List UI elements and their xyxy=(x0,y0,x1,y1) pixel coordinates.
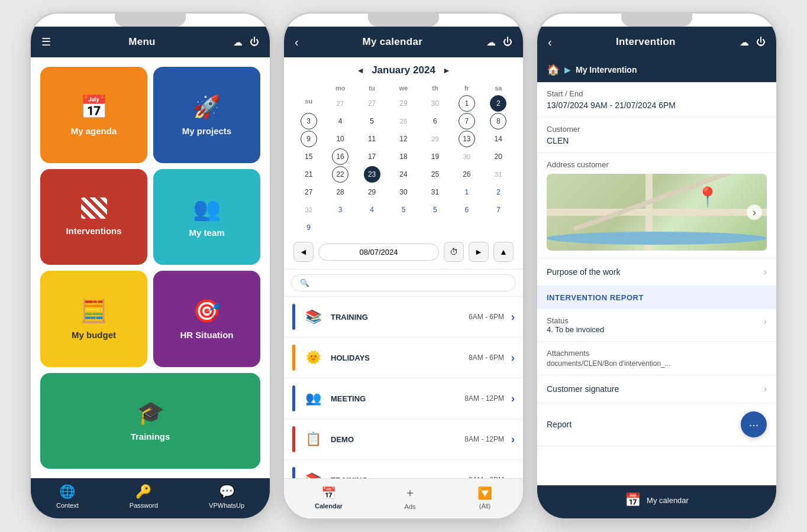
my-calendar-label: My calendar xyxy=(647,496,689,505)
cal-day[interactable]: 31 xyxy=(427,184,443,200)
cal-day[interactable]: 27 xyxy=(364,95,380,112)
cal-day[interactable]: 26 xyxy=(459,166,475,183)
back-button-3[interactable]: ‹ xyxy=(548,35,552,49)
next-month-btn[interactable]: ► xyxy=(443,66,451,75)
cal-day[interactable]: 1 xyxy=(459,95,475,112)
cal-day[interactable]: 17 xyxy=(364,148,380,165)
event-training-2[interactable]: 📚 TRAINING 9AM - 6PM › xyxy=(284,460,523,478)
prev-month-btn[interactable]: ◄ xyxy=(356,66,364,75)
cal-date-nav: ◄ ⏱ ► ▲ xyxy=(293,242,514,262)
cal-day[interactable]: 13 xyxy=(459,131,475,147)
cal-day[interactable]: 29 xyxy=(364,184,380,200)
tile-my-projects-label: My projects xyxy=(182,126,231,136)
phone3-header-icons: ☁ ⏻ xyxy=(740,37,766,48)
vpwhatsup-icon: 💬 xyxy=(219,484,235,499)
tile-my-agenda[interactable]: 📅 My agenda xyxy=(40,67,147,163)
cal-day[interactable]: 8 xyxy=(490,113,506,129)
calendar-month-section: ◄ January 2024 ► mo tu we th fr sa su 27… xyxy=(284,57,523,270)
back-button[interactable]: ‹ xyxy=(295,35,299,49)
cal-day[interactable]: 27 xyxy=(301,184,317,200)
event-meeting[interactable]: 👥 MEETING 8AM - 12PM › xyxy=(284,378,523,419)
up-btn[interactable]: ▲ xyxy=(493,242,514,262)
cal-day[interactable]: 7 xyxy=(459,113,475,129)
event-demo[interactable]: 📋 DEMO 8AM - 12PM › xyxy=(284,419,523,460)
cal-day[interactable]: 14 xyxy=(490,131,506,147)
cal-day[interactable]: 12 xyxy=(395,131,412,147)
signature-row[interactable]: Customer signature › xyxy=(537,375,776,403)
cloud-icon-3[interactable]: ☁ xyxy=(740,37,749,48)
tile-my-projects[interactable]: 🚀 My projects xyxy=(153,67,260,163)
date-input[interactable] xyxy=(318,244,439,261)
power-icon[interactable]: ⏻ xyxy=(250,37,259,47)
cal-day[interactable]: 29 xyxy=(395,95,412,112)
context-icon: 🌐 xyxy=(59,484,75,499)
cal-day[interactable]: 1 xyxy=(459,184,475,200)
cal-day[interactable]: 9 xyxy=(301,219,317,236)
cal-day[interactable]: 6 xyxy=(427,113,443,129)
nav-context[interactable]: 🌐 Context xyxy=(56,484,79,509)
map-container[interactable]: 📍 › xyxy=(547,174,767,251)
tile-trainings[interactable]: 🎓 Trainings xyxy=(40,373,260,469)
status-row: Status 4. To be invoiced › xyxy=(537,309,776,342)
home-icon[interactable]: 🏠 xyxy=(547,63,560,76)
cal-day-today[interactable]: 23 xyxy=(364,166,380,183)
cal-day[interactable]: 6 xyxy=(459,202,475,218)
cal-day[interactable]: 20 xyxy=(490,148,506,165)
cloud-icon[interactable]: ☁ xyxy=(233,37,243,48)
cal-day[interactable]: 3 xyxy=(332,202,348,218)
clock-btn[interactable]: ⏱ xyxy=(444,242,464,262)
cal-day[interactable]: 4 xyxy=(332,113,348,129)
cal-day[interactable]: 22 xyxy=(332,166,348,183)
cal-day[interactable]: 30 xyxy=(427,95,443,112)
event-bar xyxy=(292,426,295,452)
cal-nav-ads[interactable]: ＋ Ads xyxy=(404,485,416,510)
cal-day[interactable]: 18 xyxy=(395,148,412,165)
cal-day[interactable]: 2 xyxy=(490,184,506,200)
nav-vpwhatsup[interactable]: 💬 VPWhatsUp xyxy=(209,484,244,509)
menu-icon[interactable]: ☰ xyxy=(41,35,51,48)
power-icon-2[interactable]: ⏻ xyxy=(503,37,512,47)
tile-interventions[interactable]: Interventions xyxy=(40,169,147,265)
event-bar xyxy=(292,345,295,371)
cal-day[interactable]: 5 xyxy=(364,113,380,129)
day-header-su: su xyxy=(293,95,324,112)
map-chevron-icon[interactable]: › xyxy=(747,205,762,220)
cal-day[interactable]: 11 xyxy=(364,131,380,147)
tile-my-budget[interactable]: 🧮 My budget xyxy=(40,271,147,367)
search-input[interactable] xyxy=(291,274,516,291)
next-date-btn[interactable]: ► xyxy=(469,242,489,262)
event-training-1[interactable]: 📚 TRAINING 6AM - 6PM › xyxy=(284,297,523,338)
cal-day[interactable]: 19 xyxy=(427,148,443,165)
cal-day[interactable]: 16 xyxy=(332,148,348,165)
power-icon-3[interactable]: ⏻ xyxy=(756,37,766,47)
cal-nav-calendar[interactable]: 📅 Calendar xyxy=(315,486,343,510)
cal-bottom-nav: 📅 Calendar ＋ Ads 🔽 (All) xyxy=(284,478,523,518)
cal-day[interactable]: 5 xyxy=(395,202,412,218)
cloud-icon-2[interactable]: ☁ xyxy=(486,37,496,48)
cal-day[interactable]: 9 xyxy=(301,131,317,147)
cal-day[interactable]: 4 xyxy=(364,202,380,218)
cal-day[interactable]: 15 xyxy=(301,148,317,165)
tile-hr-situation[interactable]: 🎯 HR Situation xyxy=(153,271,260,367)
cal-day[interactable]: 3 xyxy=(301,113,317,129)
report-fab-button[interactable]: ··· xyxy=(741,411,767,437)
purpose-row[interactable]: Purpose of the work › xyxy=(537,258,776,286)
cal-day[interactable]: 2 xyxy=(490,95,506,112)
cal-day[interactable]: 24 xyxy=(395,166,412,183)
cal-day[interactable]: 7 xyxy=(490,202,506,218)
cal-day[interactable]: 28 xyxy=(332,184,348,200)
cal-nav-filter[interactable]: 🔽 (All) xyxy=(477,486,492,510)
cal-day[interactable]: 30 xyxy=(395,184,412,200)
cal-day[interactable]: 25 xyxy=(427,166,443,183)
prev-date-btn[interactable]: ◄ xyxy=(293,242,314,262)
status-chevron[interactable]: › xyxy=(764,316,767,327)
event-holidays[interactable]: 🌞 HOLIDAYS 8AM - 6PM › xyxy=(284,338,523,378)
nav-password-label: Password xyxy=(130,502,158,509)
cal-day[interactable]: 21 xyxy=(301,166,317,183)
tile-my-team[interactable]: 👥 My team xyxy=(153,169,260,265)
training2-icon: 📚 xyxy=(302,469,324,478)
nav-password[interactable]: 🔑 Password xyxy=(130,484,158,509)
intervention-bottom-nav[interactable]: 📅 My calendar xyxy=(537,485,776,518)
cal-day[interactable]: 10 xyxy=(332,131,348,147)
cal-day[interactable]: 5 xyxy=(427,202,443,218)
